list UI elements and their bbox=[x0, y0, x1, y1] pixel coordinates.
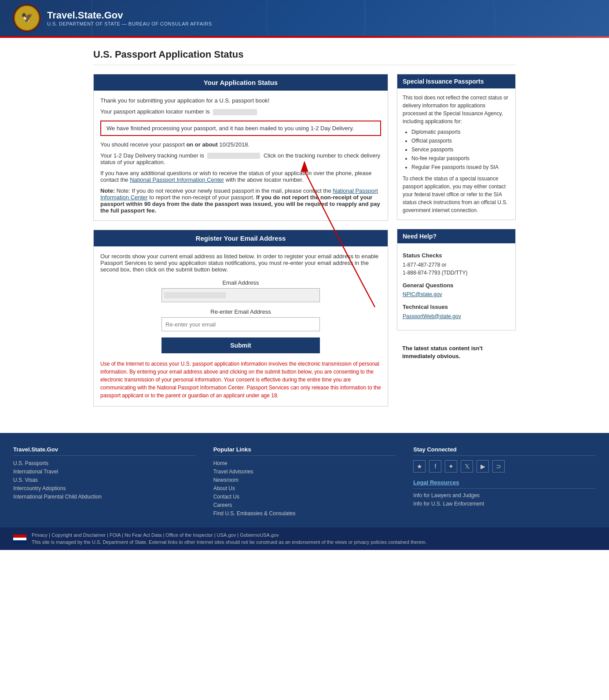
legal-resources-title: Legal Resources bbox=[413, 479, 596, 489]
email-registration-body: Our records show your current email addr… bbox=[94, 246, 388, 406]
footer-top: Travel.State.Gov U.S. Passports Internat… bbox=[13, 446, 596, 519]
footer-link-passports[interactable]: U.S. Passports bbox=[13, 460, 196, 466]
status-note-text: Note: Note: If you do not receive your n… bbox=[100, 187, 381, 214]
content-layout: Your Application Status Thank you for su… bbox=[93, 74, 516, 415]
special-issuance-panel: Special Issuance Passports This tool doe… bbox=[397, 74, 516, 220]
footer-link-parental[interactable]: International Parental Child Abduction bbox=[13, 494, 196, 500]
footer-col1-title: Travel.State.Gov bbox=[13, 446, 196, 456]
list-item: Official passports bbox=[411, 137, 510, 145]
footer-link-careers[interactable]: Careers bbox=[213, 502, 396, 508]
general-questions-email: NPIC@state.gov bbox=[403, 290, 510, 298]
need-help-panel: Need Help? Status Checks 1-877-487-2778 … bbox=[397, 229, 516, 330]
footer-travel-site-link[interactable]: Travel.State.Gov bbox=[13, 446, 58, 453]
footer-link-visas[interactable]: U.S. Visas bbox=[13, 477, 196, 483]
status-intro-text: Thank you for submitting your applicatio… bbox=[100, 97, 381, 104]
footer-privacy-links: Privacy | Copyright and Disclaimer | FOI… bbox=[32, 532, 427, 539]
footer-link-contact[interactable]: Contact Us bbox=[213, 494, 396, 500]
list-item: Service passports bbox=[411, 146, 510, 154]
social-icon-star[interactable]: ★ bbox=[413, 460, 426, 473]
application-status-header: Your Application Status bbox=[94, 74, 388, 91]
social-icon-flickr[interactable]: ✦ bbox=[445, 460, 457, 473]
email-field-group: Email Address bbox=[100, 279, 381, 302]
status-checks-title: Status Checks bbox=[403, 251, 510, 260]
npic-link-1[interactable]: National Passport Information Center bbox=[130, 176, 224, 183]
status-highlight-box: We have finished processing your passpor… bbox=[100, 121, 381, 136]
status-checks-phone1: 1-877-487-2778 or bbox=[403, 261, 510, 269]
footer-link-home[interactable]: Home bbox=[213, 460, 396, 466]
footer-foia-link[interactable]: FOIA bbox=[110, 532, 121, 538]
footer-privacy-link[interactable]: Privacy bbox=[32, 532, 48, 538]
npic-email-link[interactable]: NPIC@state.gov bbox=[403, 291, 442, 297]
need-help-header: Need Help? bbox=[397, 229, 515, 243]
privacy-notice: Use of the Internet to access your U.S. … bbox=[100, 360, 381, 399]
special-issuance-footer: To check the status of a special issuanc… bbox=[403, 175, 510, 214]
footer-link-embassies[interactable]: Find U.S. Embassies & Consulates bbox=[213, 510, 396, 517]
footer-col-2: Popular Links Home Travel Advisories New… bbox=[213, 446, 396, 519]
footer-copyright-link[interactable]: Copyright and Disclaimer bbox=[51, 532, 106, 538]
general-questions-item: General Questions NPIC@state.gov bbox=[403, 281, 510, 299]
email-description: Our records show your current email addr… bbox=[100, 253, 381, 273]
footer-gobierno-link[interactable]: GobiernoUSA.gov bbox=[240, 532, 279, 538]
footer-link-intl-travel[interactable]: International Travel bbox=[13, 469, 196, 475]
status-locator-text: Your passport application locator number… bbox=[100, 108, 381, 115]
email-registration-panel: Register Your Email Address Our records … bbox=[93, 230, 388, 407]
general-questions-title: General Questions bbox=[403, 281, 510, 290]
footer-link-travel-advisories[interactable]: Travel Advisories bbox=[213, 469, 396, 475]
special-issuance-header: Special Issuance Passports bbox=[397, 74, 515, 88]
footer-col-3: Stay Connected ★ f ✦ 𝕏 ▶ ⊃ Legal Resourc… bbox=[413, 446, 596, 519]
social-icon-twitter[interactable]: 𝕏 bbox=[461, 460, 473, 473]
footer-link-newsroom[interactable]: Newsroom bbox=[213, 477, 396, 483]
right-column: Special Issuance Passports This tool doe… bbox=[397, 74, 516, 366]
social-icon-facebook[interactable]: f bbox=[429, 460, 441, 473]
site-subtitle: U.S. Department of State — Bureau of Con… bbox=[47, 21, 212, 26]
application-status-body: Thank you for submitting your applicatio… bbox=[94, 91, 388, 220]
legal-resources-link[interactable]: Legal Resources bbox=[413, 479, 459, 486]
email-prefilled-blank bbox=[164, 292, 226, 298]
social-icons-container: ★ f ✦ 𝕏 ▶ ⊃ bbox=[413, 460, 596, 473]
page-title: U.S. Passport Application Status bbox=[93, 49, 516, 65]
email-registration-header: Register Your Email Address bbox=[94, 230, 388, 246]
footer-managed-text: This site is managed by the U.S. Departm… bbox=[32, 539, 427, 546]
technical-issues-item: Technical Issues PassportWeb@state.gov bbox=[403, 303, 510, 320]
social-icon-youtube[interactable]: ▶ bbox=[477, 460, 489, 473]
need-help-body: Status Checks 1-877-487-2778 or 1-888-87… bbox=[397, 246, 515, 330]
application-status-panel: Your Application Status Thank you for su… bbox=[93, 74, 388, 221]
social-icon-rss[interactable]: ⊃ bbox=[492, 460, 505, 473]
footer-link-about[interactable]: About Us bbox=[213, 485, 396, 491]
header-text-block: Travel.State.Gov U.S. Department of Stat… bbox=[47, 10, 212, 26]
annotation-text: The latest status content isn't immediat… bbox=[402, 345, 483, 359]
special-issuance-intro: This tool does not reflect the correct s… bbox=[403, 94, 510, 125]
main-content: U.S. Passport Application Status Your Ap… bbox=[84, 38, 525, 433]
footer-usagov-link[interactable]: USA.gov bbox=[217, 532, 236, 538]
status-checks-item: Status Checks 1-877-487-2778 or 1-888-87… bbox=[403, 251, 510, 277]
reenter-email-label: Re-enter Email Address bbox=[100, 308, 381, 315]
special-issuance-list: Diplomatic passportsOfficial passportsSe… bbox=[403, 128, 510, 171]
footer-bottom: Privacy | Copyright and Disclaimer | FOI… bbox=[0, 528, 609, 550]
footer-link-adoptions[interactable]: Intercountry Adoptions bbox=[13, 485, 196, 491]
passport-web-email-link[interactable]: PassportWeb@state.gov bbox=[403, 313, 461, 319]
us-flag-icon bbox=[13, 535, 26, 543]
footer-link-law-enforcement[interactable]: Info for U.S. Law Enforcement bbox=[413, 501, 596, 507]
email-label: Email Address bbox=[100, 279, 381, 286]
technical-issues-email: PassportWeb@state.gov bbox=[403, 312, 510, 320]
submit-button[interactable]: Submit bbox=[161, 337, 320, 353]
status-receipt-date: You should receive your passport on or a… bbox=[100, 141, 381, 148]
list-item: Diplomatic passports bbox=[411, 128, 510, 136]
reenter-email-field-group: Re-enter Email Address bbox=[100, 308, 381, 331]
footer-col2-title: Popular Links bbox=[213, 446, 396, 456]
status-checks-phone2: 1-888-874-7793 (TDD/TTY) bbox=[403, 269, 510, 277]
footer-inspector-link[interactable]: Office of the Inspector bbox=[165, 532, 213, 538]
technical-issues-title: Technical Issues bbox=[403, 303, 510, 312]
footer-link-lawyers[interactable]: Info for Lawyers and Judges bbox=[413, 492, 596, 498]
status-contact-text: If you have any additional questions or … bbox=[100, 170, 381, 183]
footer-col3-title: Stay Connected bbox=[413, 446, 596, 456]
site-footer: Travel.State.Gov U.S. Passports Internat… bbox=[0, 433, 609, 550]
locator-number-blank bbox=[213, 109, 257, 115]
reenter-email-input[interactable] bbox=[161, 317, 320, 331]
tracking-number-blank bbox=[207, 153, 260, 159]
site-logo: 🦅 bbox=[13, 4, 40, 32]
special-issuance-body: This tool does not reflect the correct s… bbox=[397, 88, 515, 220]
footer-bottom-text: Privacy | Copyright and Disclaimer | FOI… bbox=[32, 532, 427, 546]
site-header: 🦅 Travel.State.Gov U.S. Department of St… bbox=[0, 0, 609, 36]
footer-fearact-link[interactable]: No Fear Act Data bbox=[125, 532, 161, 538]
